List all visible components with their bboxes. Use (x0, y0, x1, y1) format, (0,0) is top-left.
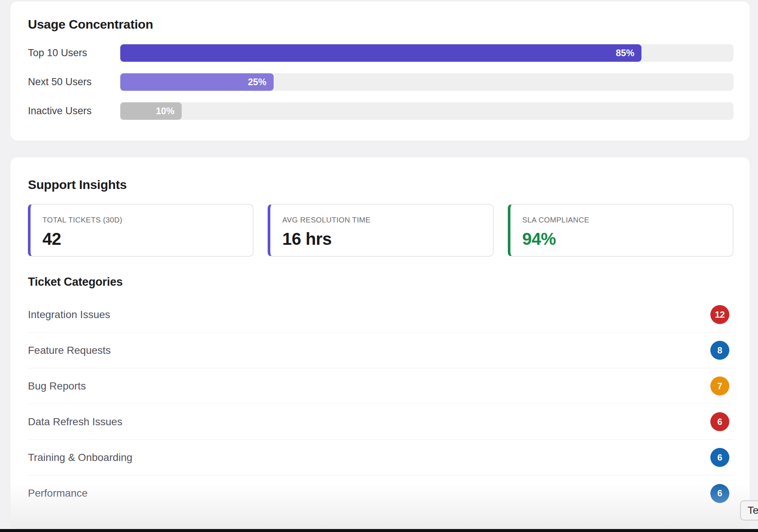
category-label: Bug Reports (28, 380, 86, 392)
ticket-categories-list: Integration Issues 12 Feature Requests 8… (28, 297, 733, 511)
stat-tile-avg-resolution: AVG RESOLUTION TIME 16 hrs (268, 204, 493, 257)
list-item[interactable]: Data Refresh Issues 6 (28, 404, 733, 440)
usage-bar-value: 25% (248, 77, 267, 87)
usage-row-inactive: Inactive Users 10% (28, 102, 733, 120)
count-badge: 6 (710, 484, 729, 503)
usage-bar-track: 85% (120, 44, 733, 62)
support-insights-title: Support Insights (28, 157, 733, 192)
list-item[interactable]: Integration Issues 12 (28, 297, 733, 333)
category-label: Training & Onboarding (28, 452, 133, 464)
usage-bar-fill: 85% (120, 44, 641, 62)
usage-bar-value: 10% (156, 106, 175, 116)
count-badge: 7 (710, 376, 729, 395)
stat-label: TOTAL TICKETS (30D) (42, 216, 253, 224)
support-stats-row: TOTAL TICKETS (30D) 42 AVG RESOLUTION TI… (28, 204, 733, 257)
usage-bar-value: 85% (616, 48, 634, 58)
usage-bar-track: 10% (120, 102, 733, 120)
stat-value: 16 hrs (282, 229, 493, 249)
stat-tile-sla-compliance: SLA COMPLIANCE 94% (508, 204, 733, 257)
usage-row-next50: Next 50 Users 25% (28, 73, 733, 91)
usage-row-label: Inactive Users (28, 105, 120, 117)
category-label: Feature Requests (28, 344, 111, 356)
stat-value: 42 (42, 229, 253, 249)
usage-bar-track: 25% (120, 73, 733, 91)
usage-bar-fill: 10% (120, 102, 182, 120)
stat-value: 94% (522, 229, 733, 249)
count-badge: 6 (710, 448, 729, 467)
stat-label: SLA COMPLIANCE (522, 216, 733, 224)
list-item[interactable]: Performance 6 (28, 475, 733, 511)
stat-tile-total-tickets: TOTAL TICKETS (30D) 42 (28, 204, 254, 257)
usage-concentration-title: Usage Concentration (28, 1, 733, 32)
bottom-dock-strip (0, 529, 758, 532)
category-label: Data Refresh Issues (28, 416, 122, 428)
count-badge: 12 (710, 305, 729, 324)
usage-bar-chart: Top 10 Users 85% Next 50 Users 25% Inact… (28, 44, 733, 120)
usage-concentration-card: Usage Concentration Top 10 Users 85% Nex… (10, 1, 750, 141)
category-label: Performance (28, 487, 87, 499)
stat-label: AVG RESOLUTION TIME (282, 216, 493, 224)
list-item[interactable]: Bug Reports 7 (28, 368, 733, 404)
list-item[interactable]: Training & Onboarding 6 (28, 440, 733, 475)
support-insights-card: Support Insights TOTAL TICKETS (30D) 42 … (10, 157, 750, 528)
count-badge: 8 (710, 341, 729, 360)
usage-bar-fill: 25% (120, 73, 274, 91)
partial-button-label: Te (748, 504, 758, 516)
usage-row-label: Next 50 Users (28, 76, 120, 88)
partial-button[interactable]: Te (740, 500, 758, 520)
category-label: Integration Issues (28, 309, 110, 321)
ticket-categories-title: Ticket Categories (28, 275, 733, 289)
usage-row-top10: Top 10 Users 85% (28, 44, 733, 62)
count-badge: 6 (710, 412, 729, 431)
usage-row-label: Top 10 Users (28, 47, 120, 59)
list-item[interactable]: Feature Requests 8 (28, 333, 733, 368)
